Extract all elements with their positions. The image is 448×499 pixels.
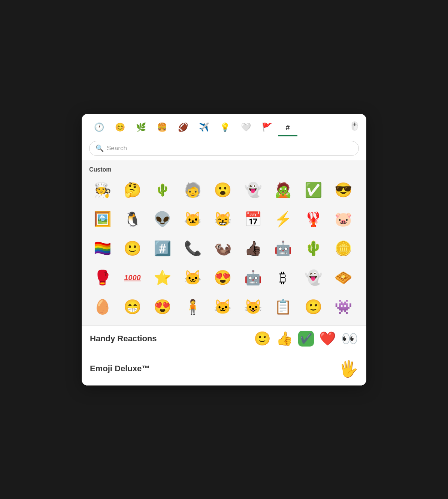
emoji-hashtag[interactable]: #️⃣ [149,235,176,261]
category-food[interactable]: 🍔 [152,120,172,136]
emoji-grid-row2: 🖼️ 🐧 👽 🐱 😸 📅 ⚡ 🦞 🐷 [89,206,359,232]
emoji-deluxe-row: Emoji Deluxe™ 🖐️ [82,352,366,385]
emoji-heart-eyes2[interactable]: 😍 [149,294,176,320]
cursor: 🖱️ [349,121,360,131]
search-bar: 🔍 [82,136,366,160]
custom-section-label: Custom [89,166,359,173]
emoji-ghostbuster[interactable]: 👻 [240,177,266,203]
emoji-star[interactable]: ⭐ [149,264,176,291]
handy-reactions-row: Handy Reactions 🙂 👍 ✔️ ❤️ 👀 [82,326,366,352]
emoji-mario[interactable]: 👾 [330,294,357,320]
picker-body: Custom 🧑‍🍳 🤔 🌵 🧓 😮 👻 🧟 ✅ 😎 🖼️ 🐧 👽 🐱 😸 [82,160,366,385]
reaction-check[interactable]: ✔️ [298,331,314,347]
emoji-smile[interactable]: 🙂 [119,235,145,261]
emoji-slack[interactable]: 📋 [270,294,296,320]
emoji-lobster[interactable]: 🦞 [300,206,326,232]
emoji-waffle[interactable]: 🧇 [330,264,357,291]
emoji-custom1[interactable]: 🌵 [149,177,176,203]
emoji-bb8[interactable]: 🤖 [240,264,266,291]
emoji-raccoon[interactable]: 🦝 [270,323,296,325]
emoji-boxing[interactable]: 🥊 [89,264,115,291]
emoji-chef[interactable]: 🧑‍🍳 [89,177,115,203]
emoji-grumpy-cat[interactable]: 🐱 [89,323,115,325]
emoji-cactus[interactable]: 🌵 [300,235,326,261]
emoji-neutral[interactable]: 😐 [240,323,266,325]
search-input[interactable] [107,145,352,152]
emoji-smiley[interactable]: 🙂 [300,294,326,320]
emoji-egg[interactable]: 🥚 [89,294,115,320]
category-flags[interactable]: 🚩 [257,120,276,136]
category-objects[interactable]: 💡 [215,120,234,136]
emoji-alien[interactable]: 👽 [149,206,176,232]
emoji-ghost[interactable]: 👻 [300,264,326,291]
category-symbols[interactable]: 🤍 [236,120,255,136]
emoji-cat-custom[interactable]: 🐱 [179,264,206,291]
reaction-thumbsup[interactable]: 👍 [276,331,293,347]
emoji-homer[interactable]: 😁 [119,294,145,320]
reaction-eyes[interactable]: 👀 [341,331,358,347]
emoji-scroll-area[interactable]: Custom 🧑‍🍳 🤔 🌵 🧓 😮 👻 🧟 ✅ 😎 🖼️ 🐧 👽 🐱 😸 [82,160,366,325]
category-nature[interactable]: 🌿 [131,120,151,136]
category-custom[interactable]: # [278,120,297,136]
search-icon: 🔍 [96,144,104,152]
emoji-deluxe-hand[interactable]: 🖐️ [339,360,358,378]
emoji-1000[interactable]: 1000 [119,264,145,291]
emoji-grid-row3: 🏳️‍🌈 🙂 #️⃣ 📞 🦦 👍🏿 🤖 🌵 🪙 [89,235,359,261]
emoji-c3po[interactable]: 🤖 [270,235,296,261]
emoji-pikachu[interactable]: ⚡ [270,206,296,232]
emoji-hello-kitty[interactable]: 😺 [240,294,266,320]
category-bar: 🕐 😊 🌿 🍔 🏈 ✈️ 💡 🤍 🚩 # 🖱️ [82,114,366,136]
emoji-swirl[interactable]: 🌀 [210,323,236,325]
search-wrapper: 🔍 [89,141,359,156]
category-activity[interactable]: 🏈 [173,120,193,136]
emoji-wow[interactable]: 😮 [210,177,236,203]
emoji-verified[interactable]: ✅ [300,177,326,203]
emoji-grid-row5: 🥚 😁 😍 🧍 🐱 😺 📋 🙂 👾 [89,294,359,320]
emoji-cat-face[interactable]: 🐱 [210,294,236,320]
emoji-otter[interactable]: 🦦 [210,235,236,261]
handy-reactions-label: Handy Reactions [90,334,249,344]
emoji-devil[interactable]: 😈 [149,323,176,325]
emoji-pig[interactable]: 🐷 [330,206,357,232]
emoji-thinking[interactable]: 🤔 [119,177,145,203]
emoji-penguin[interactable]: 🐧 [119,206,145,232]
emoji-mr-burns[interactable]: 🕴️ [179,323,206,325]
emoji-coin[interactable]: 🪙 [330,235,357,261]
emoji-cool-face[interactable]: 😎 [330,177,357,203]
emoji-cheshire[interactable]: 😸 [210,206,236,232]
emoji-zombie[interactable]: 🧟 [270,177,296,203]
emoji-fox[interactable]: 🦊 [330,323,357,325]
category-travel[interactable]: ✈️ [194,120,214,136]
emoji-beard[interactable]: 🧓 [179,177,206,203]
emoji-cat-tie[interactable]: 🐱 [179,206,206,232]
emoji-grid-row6: 🐱 COOL 😈 🕴️ 🌀 😐 🦝 🦕 🦊 [89,323,359,325]
reaction-heart[interactable]: ❤️ [319,331,336,347]
emoji-heart-eyes[interactable]: 😍 [210,264,236,291]
emoji-raptor[interactable]: 🦕 [300,323,326,325]
emoji-bitcoin[interactable]: ₿ [270,264,296,291]
emoji-grid-row1: 🧑‍🍳 🤔 🌵 🧓 😮 👻 🧟 ✅ 😎 [89,177,359,203]
category-people[interactable]: 😊 [110,120,130,136]
emoji-thumbsup-dark[interactable]: 👍🏿 [240,235,266,261]
emoji-rainbow[interactable]: 🏳️‍🌈 [89,235,115,261]
reaction-smile[interactable]: 🙂 [254,331,271,347]
emoji-frame[interactable]: 🖼️ [89,206,115,232]
emoji-grid-row4: 🥊 1000 ⭐ 🐱 😍 🤖 ₿ 👻 🧇 [89,264,359,291]
emoji-cool-badge[interactable]: COOL [119,323,145,325]
emoji-picker: 🕐 😊 🌿 🍔 🏈 ✈️ 💡 🤍 🚩 # 🖱️ 🔍 Custom 🧑‍🍳 🤔 🌵… [82,114,366,385]
emoji-person[interactable]: 🧍 [179,294,206,320]
category-recent[interactable]: 🕐 [89,120,109,136]
emoji-phone[interactable]: 📞 [179,235,206,261]
emoji-calendar[interactable]: 📅 [240,206,266,232]
emoji-deluxe-label: Emoji Deluxe™ [90,364,333,374]
